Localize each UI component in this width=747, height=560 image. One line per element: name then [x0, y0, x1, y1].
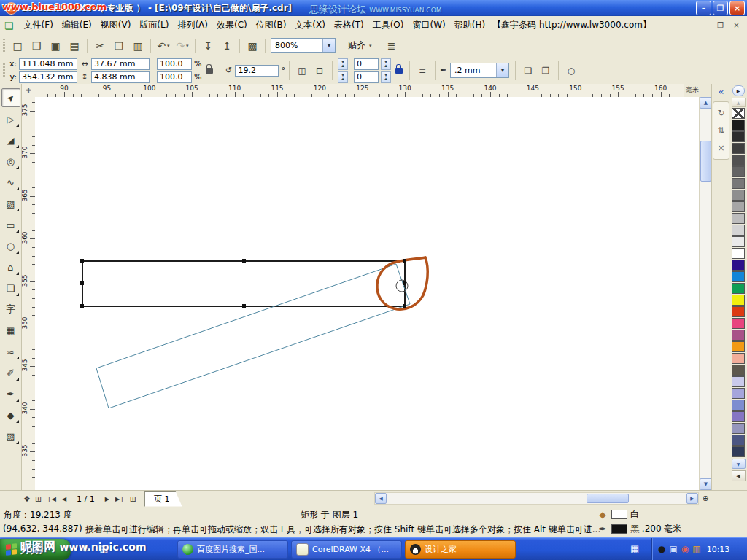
width-field[interactable]: [91, 58, 150, 70]
smart-fill-tool[interactable]: ▧: [1, 194, 20, 213]
corner-radius-field-2[interactable]: [354, 71, 379, 83]
selection-handle[interactable]: [242, 259, 246, 262]
scale-height-field[interactable]: [157, 71, 192, 83]
scroll-up-button[interactable]: ▲: [700, 97, 712, 109]
save-button[interactable]: ▣: [47, 37, 64, 55]
blend-tool[interactable]: ≈: [1, 342, 20, 361]
rectangle-tool[interactable]: ▭: [1, 215, 20, 234]
selection-handle[interactable]: [403, 281, 406, 285]
color-swatch[interactable]: [732, 446, 745, 457]
doc-minimize-button[interactable]: –: [698, 20, 711, 31]
shape-tool[interactable]: ▷: [1, 109, 20, 128]
transform-docker-icon[interactable]: ↻: [717, 108, 724, 118]
color-swatch[interactable]: [732, 330, 745, 341]
docker-collapse-button[interactable]: «: [719, 86, 724, 97]
menu-item[interactable]: 编辑(E): [58, 17, 96, 34]
spinner-icon[interactable]: ▾▴: [338, 58, 348, 70]
menu-item[interactable]: 效果(C): [212, 17, 252, 34]
combo-arrow-icon[interactable]: ▾: [496, 63, 508, 77]
cut-button[interactable]: ✂: [91, 37, 109, 55]
color-swatch[interactable]: [732, 166, 745, 177]
vertical-ruler[interactable]: 375370365360355350345340335: [22, 97, 36, 490]
options-button[interactable]: ≣: [383, 37, 400, 55]
app-launcher-button[interactable]: ▩: [244, 37, 261, 55]
color-swatch[interactable]: [732, 260, 745, 271]
print-button[interactable]: ▤: [66, 37, 83, 55]
selection-handle[interactable]: [80, 304, 84, 308]
last-page-button[interactable]: ▶❘: [115, 496, 125, 502]
outline-pen-tool[interactable]: ✒: [1, 384, 20, 403]
outline-width-combo[interactable]: .2 mm ▾: [450, 63, 509, 78]
color-swatch[interactable]: [732, 248, 745, 259]
toolbar-grip[interactable]: [3, 39, 5, 53]
selection-handle[interactable]: [80, 281, 84, 285]
menu-item[interactable]: 表格(T): [330, 17, 368, 34]
doc-restore-button[interactable]: ❐: [714, 20, 727, 31]
clock[interactable]: 10:13: [707, 545, 730, 554]
taskbar-task[interactable]: 设计之家: [405, 540, 516, 559]
wrap-text-button[interactable]: ≡: [414, 63, 430, 79]
color-swatch[interactable]: [732, 353, 745, 364]
new-button[interactable]: □: [9, 37, 26, 55]
scale-lock-icon[interactable]: [206, 68, 213, 74]
add-page-button[interactable]: ⊞: [130, 494, 136, 504]
menu-item[interactable]: 工具(O): [368, 17, 409, 34]
first-page-button[interactable]: ❘◀: [47, 496, 56, 502]
text-tool[interactable]: 字: [1, 300, 20, 319]
rotation-angle-field[interactable]: [235, 65, 279, 77]
corner-radius-field-1[interactable]: [354, 58, 379, 70]
menu-item[interactable]: 文件(F): [20, 17, 58, 34]
copy-button[interactable]: ❐: [110, 37, 128, 55]
pick-tool[interactable]: ➤: [1, 88, 20, 107]
menu-item[interactable]: 位图(B): [252, 17, 291, 34]
rotating-rectangle-preview[interactable]: [96, 264, 410, 408]
color-swatch[interactable]: [732, 423, 745, 434]
drawing-canvas[interactable]: [35, 97, 699, 490]
mirror-vertical-button[interactable]: ⊟: [311, 63, 328, 79]
to-back-button[interactable]: ❐: [538, 63, 554, 79]
eyedropper-tool[interactable]: ✐: [1, 363, 20, 382]
close-button[interactable]: ×: [729, 1, 745, 15]
color-swatch[interactable]: [732, 120, 745, 131]
vertical-scrollbar[interactable]: ▲ ▼: [699, 97, 711, 490]
volume-tray-icon[interactable]: ◉: [681, 544, 689, 554]
polygon-tool[interactable]: ⌂: [1, 257, 20, 276]
color-swatch[interactable]: [732, 400, 745, 411]
color-swatch[interactable]: [732, 365, 745, 376]
vertical-scroll-thumb[interactable]: [700, 141, 711, 182]
network-tray-icon[interactable]: ▣: [669, 544, 677, 554]
spinner-icon[interactable]: ▾▴: [338, 71, 348, 83]
selection-handle[interactable]: [403, 304, 406, 308]
palette-flyout-button[interactable]: ▶: [732, 85, 745, 96]
import-button[interactable]: ↧: [199, 37, 217, 55]
export-button[interactable]: ↥: [218, 37, 236, 55]
doc-close-button[interactable]: ×: [730, 20, 743, 31]
scale-width-field[interactable]: [157, 58, 192, 70]
color-swatch[interactable]: [732, 271, 745, 282]
navigator-button[interactable]: ⊕: [700, 492, 711, 504]
palette-scroll-up-button[interactable]: ▲: [732, 98, 746, 107]
color-swatch[interactable]: [732, 178, 745, 189]
color-swatch[interactable]: [732, 341, 745, 352]
color-swatch[interactable]: [732, 155, 745, 166]
x-position-field[interactable]: [19, 58, 77, 70]
color-swatch[interactable]: [732, 411, 745, 422]
horizontal-scrollbar[interactable]: ◀ ▶: [374, 492, 699, 505]
ellipse-tool[interactable]: ○: [1, 236, 20, 255]
open-button[interactable]: ❒: [28, 37, 45, 55]
table-tool[interactable]: ▦: [1, 321, 20, 340]
taskbar-task[interactable]: CorelDRAW X4 （...: [291, 540, 402, 559]
spinner-icon[interactable]: ▾▴: [381, 58, 391, 70]
convert-nodes-button[interactable]: ○: [563, 63, 579, 79]
scroll-right-button[interactable]: ▶: [686, 493, 698, 504]
selection-handle[interactable]: [80, 259, 84, 262]
menu-item[interactable]: 帮助(H): [450, 17, 489, 34]
selection-handle[interactable]: [403, 259, 406, 262]
page-tab[interactable]: 页 1: [144, 491, 182, 507]
menu-item[interactable]: 文本(X): [290, 17, 330, 34]
next-page-button[interactable]: ▶: [105, 496, 109, 502]
to-front-button[interactable]: ❏: [520, 63, 536, 79]
taskbar-task[interactable]: 百度图片搜索_国...: [177, 540, 288, 559]
restore-button[interactable]: ❐: [713, 1, 728, 15]
ruler-origin[interactable]: ✚: [22, 84, 36, 98]
